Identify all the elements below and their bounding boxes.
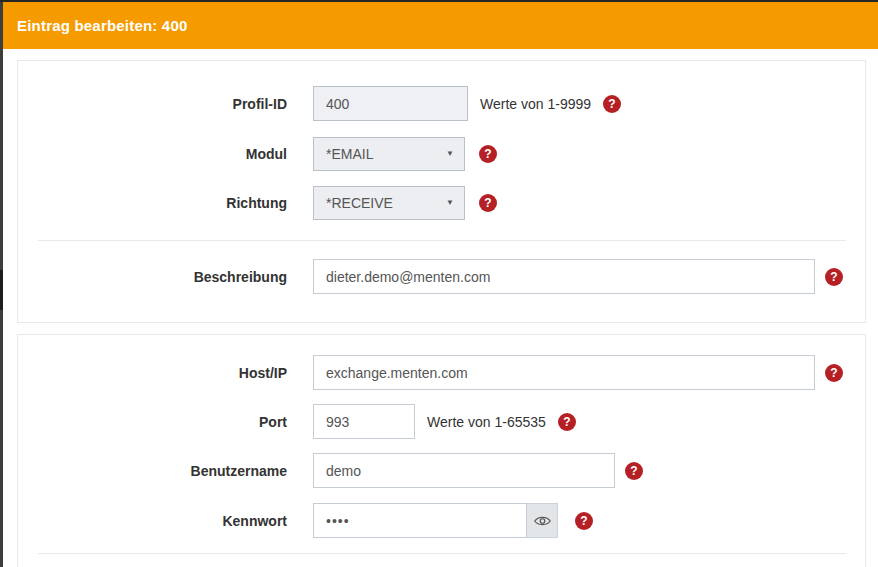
- kennwort-input[interactable]: [313, 503, 527, 538]
- profil-id-label: Profil-ID: [18, 86, 287, 121]
- profil-id-range-hint: Werte von 1-9999: [480, 96, 591, 112]
- page-header: Eintrag bearbeiten: 400: [3, 2, 878, 49]
- kennwort-label: Kennwort: [18, 503, 287, 538]
- section-divider: [38, 240, 846, 241]
- richtung-help-icon[interactable]: ?: [479, 194, 497, 212]
- sidebar-edge-segment: [0, 270, 3, 310]
- eye-icon: [534, 515, 551, 527]
- beschreibung-label: Beschreibung: [18, 259, 287, 294]
- richtung-select[interactable]: *RECEIVE ▼: [313, 186, 465, 220]
- port-range-hint: Werte von 1-65535: [427, 414, 546, 430]
- richtung-selected-value: *RECEIVE: [326, 195, 393, 211]
- host-ip-input[interactable]: [313, 355, 815, 390]
- panel-general: Profil-ID Werte von 1-9999 ? Modul *EMAI…: [17, 60, 866, 323]
- form-row-host-ip: Host/IP ?: [18, 355, 865, 390]
- section-divider: [38, 553, 846, 554]
- modul-select[interactable]: *EMAIL ▼: [313, 137, 465, 171]
- panel-connection: Host/IP ? Port Werte von 1-65535 ? Benut…: [17, 334, 866, 567]
- chevron-down-icon: ▼: [446, 150, 454, 158]
- port-input[interactable]: [313, 404, 415, 439]
- form-row-benutzername: Benutzername ?: [18, 453, 865, 488]
- modul-label: Modul: [18, 137, 287, 171]
- benutzername-help-icon[interactable]: ?: [625, 462, 643, 480]
- form-row-beschreibung: Beschreibung ?: [18, 259, 865, 294]
- port-label: Port: [18, 404, 287, 439]
- profil-id-input: [313, 86, 468, 121]
- port-help-icon[interactable]: ?: [558, 413, 576, 431]
- richtung-label: Richtung: [18, 186, 287, 220]
- host-ip-help-icon[interactable]: ?: [825, 364, 843, 382]
- form-row-profil-id: Profil-ID Werte von 1-9999 ?: [18, 86, 865, 121]
- kennwort-input-group: [313, 503, 558, 538]
- modul-selected-value: *EMAIL: [326, 146, 373, 162]
- form-row-richtung: Richtung *RECEIVE ▼ ?: [18, 186, 865, 220]
- modul-help-icon[interactable]: ?: [479, 145, 497, 163]
- show-password-button[interactable]: [527, 503, 558, 538]
- form-row-port: Port Werte von 1-65535 ?: [18, 404, 865, 439]
- kennwort-help-icon[interactable]: ?: [575, 512, 593, 530]
- beschreibung-help-icon[interactable]: ?: [825, 268, 843, 286]
- beschreibung-input[interactable]: [313, 259, 815, 294]
- form-row-modul: Modul *EMAIL ▼ ?: [18, 137, 865, 171]
- form-row-kennwort: Kennwort ?: [18, 503, 865, 538]
- benutzername-input[interactable]: [313, 453, 615, 488]
- sidebar-edge: [0, 2, 3, 567]
- chevron-down-icon: ▼: [446, 199, 454, 207]
- profil-id-help-icon[interactable]: ?: [603, 95, 621, 113]
- page-title: Eintrag bearbeiten: 400: [17, 17, 188, 34]
- host-ip-label: Host/IP: [18, 355, 287, 390]
- benutzername-label: Benutzername: [18, 453, 287, 488]
